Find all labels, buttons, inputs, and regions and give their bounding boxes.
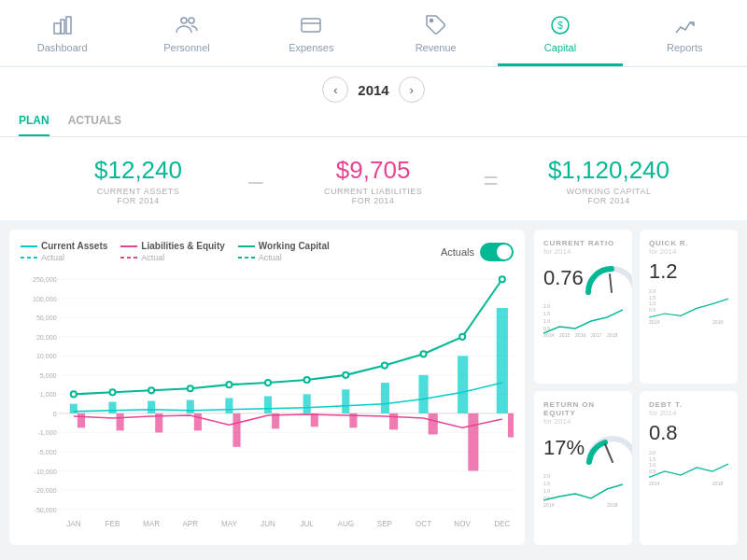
svg-point-62	[148, 387, 154, 393]
nav-personnel[interactable]: Personnel	[124, 0, 248, 66]
svg-point-65	[265, 380, 271, 385]
svg-text:2016: 2016	[575, 332, 585, 338]
svg-rect-53	[389, 413, 398, 429]
nav-capital[interactable]: $ Capital	[498, 0, 622, 66]
svg-text:1.0: 1.0	[649, 301, 655, 306]
nav-reports[interactable]: Reports	[623, 0, 747, 66]
current-liabilities-value: $9,705	[273, 156, 474, 185]
card-debt-to: DEBT T. for 2014 0.8 2014 2018 2.0 1.5 1…	[640, 391, 738, 545]
legend-liabilities: Liabilities & Equity Actual	[120, 241, 224, 262]
svg-text:2014: 2014	[649, 320, 660, 325]
svg-text:10,000: 10,000	[36, 353, 57, 360]
svg-text:2014: 2014	[649, 482, 660, 486]
svg-text:2.0: 2.0	[543, 473, 550, 479]
svg-point-70	[459, 334, 465, 340]
return-on-equity-value: 17%	[543, 436, 585, 460]
equals-separator: =	[474, 166, 508, 196]
svg-rect-48	[303, 394, 311, 413]
svg-text:1.0: 1.0	[649, 463, 655, 468]
svg-text:JAN: JAN	[66, 520, 80, 528]
svg-text:-50,000: -50,000	[35, 507, 57, 514]
svg-text:2.0: 2.0	[543, 303, 550, 309]
card-current-ratio: CURRENT RATIO for 2014 0.76 2014 2015	[534, 230, 632, 384]
svg-text:2018: 2018	[712, 320, 724, 325]
nav-revenue[interactable]: Revenue	[374, 0, 498, 66]
svg-line-100	[605, 444, 613, 462]
current-ratio-gauge-icon	[584, 259, 632, 297]
svg-point-71	[500, 276, 505, 282]
svg-text:2017: 2017	[591, 332, 601, 338]
svg-point-68	[382, 363, 388, 369]
current-liabilities-summary: $9,705 CURRENT LIABILITIES for 2014	[273, 156, 474, 205]
chart-legend: Current Assets Actual Liabilities & Equi…	[21, 241, 514, 262]
svg-text:0.5: 0.5	[543, 326, 550, 331]
nav-expenses[interactable]: Expenses	[249, 0, 374, 66]
svg-point-60	[71, 391, 77, 397]
svg-line-84	[610, 274, 612, 292]
debt-to-mini-chart: 2014 2018 2.0 1.5 1.0 0.5	[649, 449, 728, 489]
chart-svg: 250,000 100,000 50,000 20,000 10,000 5,0…	[21, 270, 514, 538]
current-ratio-title: CURRENT RATIO	[543, 239, 623, 247]
svg-text:JUL: JUL	[300, 520, 314, 528]
svg-text:50,000: 50,000	[36, 315, 57, 322]
summary-bar: $12,240 CURRENT ASSETS for 2014 – $9,705…	[0, 137, 747, 220]
next-year-button[interactable]: ›	[399, 77, 425, 103]
current-ratio-mini-chart: 2014 2015 2016 2017 2018 2.0 1.5 1.0 0.5	[543, 301, 623, 341]
svg-text:DEC: DEC	[494, 520, 510, 528]
svg-text:1.5: 1.5	[543, 481, 550, 486]
svg-text:NOV: NOV	[454, 520, 471, 528]
svg-point-69	[420, 351, 426, 357]
svg-text:-1,000: -1,000	[37, 429, 56, 437]
current-assets-label: CURRENT ASSETS for 2014	[37, 187, 239, 205]
prev-year-button[interactable]: ‹	[322, 77, 348, 103]
svg-point-4	[189, 18, 194, 23]
year-toolbar: ‹ 2014 ›	[0, 67, 747, 103]
tab-plan[interactable]: PLAN	[19, 110, 49, 136]
return-on-equity-subtitle: for 2014	[543, 417, 623, 426]
quick-ratio-value: 1.2	[649, 259, 728, 284]
current-ratio-subtitle: for 2014	[543, 247, 623, 256]
year-nav: ‹ 2014 ›	[322, 77, 424, 103]
svg-point-63	[188, 385, 193, 391]
main-nav: Dashboard Personnel Expenses Revenue $ C…	[0, 0, 747, 67]
return-on-equity-gauge-icon	[585, 429, 632, 467]
actuals-toggle[interactable]	[480, 243, 514, 261]
quick-ratio-mini-chart: 2014 2018 2.0 1.5 1.0 0.5	[649, 287, 728, 328]
return-on-equity-gauge: 17%	[543, 429, 623, 467]
main-chart: 250,000 100,000 50,000 20,000 10,000 5,0…	[21, 270, 514, 538]
svg-text:JUN: JUN	[261, 520, 275, 528]
svg-text:-5,000: -5,000	[37, 449, 56, 456]
svg-rect-38	[108, 402, 116, 413]
svg-text:MAR: MAR	[143, 520, 160, 528]
svg-point-66	[304, 377, 310, 383]
svg-text:0.5: 0.5	[649, 469, 655, 474]
svg-point-7	[430, 20, 432, 22]
svg-point-64	[226, 382, 232, 387]
svg-text:AUG: AUG	[337, 520, 354, 528]
svg-text:1.5: 1.5	[649, 296, 655, 301]
svg-point-61	[109, 389, 115, 395]
svg-text:OCT: OCT	[416, 520, 431, 528]
current-assets-summary: $12,240 CURRENT ASSETS for 2014	[37, 156, 239, 205]
svg-rect-40	[148, 401, 155, 413]
svg-text:2014: 2014	[543, 332, 554, 338]
svg-text:250,000: 250,000	[33, 276, 57, 284]
svg-rect-44	[225, 398, 233, 413]
svg-text:$: $	[557, 21, 563, 31]
side-cards: CURRENT RATIO for 2014 0.76 2014 2015	[534, 230, 738, 545]
svg-rect-49	[311, 413, 318, 427]
svg-rect-46	[264, 396, 272, 413]
nav-dashboard[interactable]: Dashboard	[0, 0, 124, 66]
quick-ratio-title: QUICK R.	[649, 239, 728, 247]
svg-rect-37	[78, 413, 85, 427]
card-quick-ratio: QUICK R. for 2014 1.2 2014 2018 2.0 1.5 …	[640, 230, 738, 384]
svg-rect-2	[66, 17, 71, 34]
debt-to-value: 0.8	[649, 421, 728, 445]
working-capital-label: WORKING CAPITAL for 2014	[508, 187, 710, 205]
svg-text:5,000: 5,000	[40, 372, 57, 380]
current-ratio-value: 0.76	[543, 266, 584, 290]
svg-text:SEP: SEP	[377, 520, 393, 528]
current-assets-value: $12,240	[37, 156, 239, 185]
svg-text:2018: 2018	[712, 482, 724, 486]
tab-actuals[interactable]: ACTUALS	[68, 110, 121, 136]
